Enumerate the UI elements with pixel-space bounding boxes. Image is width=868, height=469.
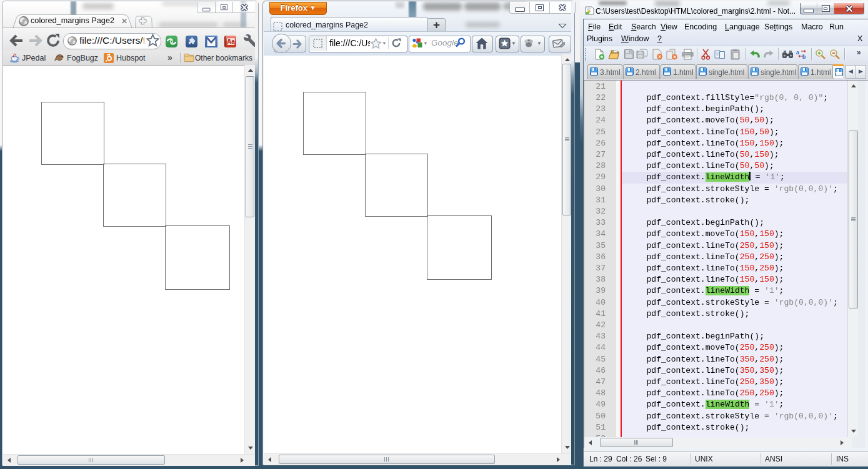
svg-text:a: a [796,49,800,56]
svg-text:b: b [802,54,806,60]
